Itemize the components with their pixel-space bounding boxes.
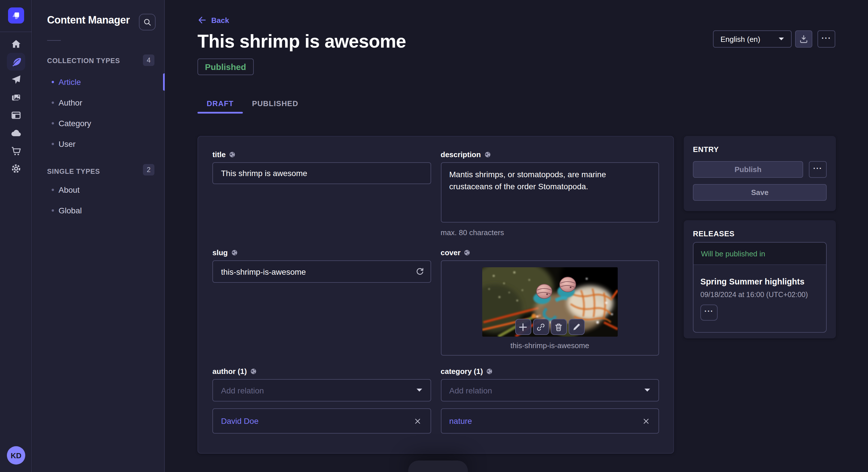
- slug-input[interactable]: [212, 260, 431, 283]
- sidebar-divider: [47, 40, 61, 41]
- search-button[interactable]: [139, 14, 156, 30]
- sidebar-item-author[interactable]: Author: [33, 92, 164, 113]
- release-more-button[interactable]: ···: [701, 305, 718, 321]
- cloud-icon: [10, 127, 22, 138]
- field-author: author (1) Add relation David Doe: [212, 367, 431, 434]
- nav-releases[interactable]: [7, 71, 25, 88]
- nav-deploy[interactable]: [7, 124, 25, 142]
- rail-divider: [0, 32, 32, 32]
- bullet-icon: [52, 122, 54, 125]
- app-window: KD Content Manager COLLECTION TYPES 4 Ar…: [0, 0, 868, 472]
- ellipsis-icon: ···: [813, 165, 823, 173]
- slug-label: slug: [212, 248, 431, 257]
- field-slug: slug: [212, 248, 431, 356]
- tab-draft[interactable]: DRAFT: [197, 93, 243, 113]
- content-manager-sidebar: Content Manager COLLECTION TYPES 4 Artic…: [33, 0, 165, 472]
- nav-settings[interactable]: [7, 160, 25, 177]
- remove-author-button[interactable]: [413, 416, 422, 426]
- chevron-down-icon: [644, 388, 650, 392]
- author-relation-combobox[interactable]: Add relation: [212, 379, 431, 401]
- release-date: 09/18/2024 at 16:00 (UTC+02:00): [701, 291, 819, 299]
- sidebar-item-label: Category: [59, 119, 91, 128]
- feather-icon: [10, 56, 22, 67]
- cover-filename: this-shrimp-is-awesome: [441, 341, 658, 350]
- refresh-icon: [415, 267, 424, 276]
- field-title: title: [212, 150, 431, 237]
- delete-media-button[interactable]: [551, 319, 567, 335]
- header-more-button[interactable]: ···: [817, 30, 835, 47]
- status-badge: Published: [197, 59, 253, 75]
- field-category: category (1) Add relation nature: [441, 367, 659, 434]
- bullet-icon: [52, 102, 54, 104]
- description-label: description: [441, 150, 659, 159]
- gear-icon: [10, 163, 22, 174]
- category-label: category (1): [441, 367, 659, 376]
- cart-icon: [10, 145, 22, 156]
- cover-label: cover: [441, 248, 659, 257]
- arrow-left-icon: [197, 15, 207, 25]
- locale-select[interactable]: English (en): [713, 30, 792, 47]
- nav-content-type-builder[interactable]: [7, 106, 25, 124]
- combobox-placeholder: Add relation: [449, 386, 492, 395]
- edit-form-card: title description Mantis shrimps, or sto…: [197, 136, 674, 453]
- entry-panel: ENTRY Publish ··· Save: [684, 136, 836, 211]
- release-name: Spring Summer highlights: [701, 277, 819, 286]
- media-library-icon: [10, 92, 22, 103]
- nav-home[interactable]: [7, 35, 25, 53]
- tab-published[interactable]: PUBLISHED: [243, 93, 307, 113]
- sidebar-item-label: Author: [59, 98, 82, 107]
- close-icon: [643, 418, 649, 424]
- sidebar-item-article[interactable]: Article: [33, 72, 164, 92]
- field-label-text: slug: [212, 248, 228, 257]
- description-textarea[interactable]: Mantis shrimps, or stomatopods, are mari…: [441, 162, 659, 223]
- active-indicator: [163, 73, 165, 91]
- sidebar-item-category[interactable]: Category: [33, 113, 164, 134]
- save-button[interactable]: Save: [693, 184, 827, 201]
- globe-icon: [464, 249, 470, 256]
- sidebar-item-about[interactable]: About: [33, 179, 164, 200]
- nav-content-manager[interactable]: [7, 53, 25, 71]
- collection-types-count-badge: 4: [143, 55, 154, 66]
- author-label: author (1): [212, 367, 431, 376]
- cover-media-box: this-shrimp-is-awesome: [441, 260, 659, 356]
- ellipsis-icon: ···: [704, 308, 714, 316]
- field-label-text: description: [441, 150, 481, 159]
- locale-value: English (en): [720, 35, 761, 43]
- publish-button[interactable]: Publish: [693, 161, 803, 178]
- bullet-icon: [52, 81, 54, 83]
- sidebar-item-label: Global: [59, 206, 82, 215]
- strapi-logo[interactable]: [8, 7, 24, 24]
- remove-category-button[interactable]: [641, 416, 650, 426]
- back-label: Back: [211, 16, 229, 24]
- sidebar-item-global[interactable]: Global: [33, 200, 164, 221]
- edit-media-button[interactable]: [569, 319, 585, 335]
- cover-image[interactable]: [482, 267, 618, 337]
- scroll-peek-pill: [408, 461, 468, 472]
- releases-panel-title: RELEASES: [693, 229, 827, 238]
- category-relation-combobox[interactable]: Add relation: [441, 379, 659, 401]
- nav-media-library[interactable]: [7, 88, 25, 106]
- author-relation-item[interactable]: David Doe: [212, 408, 431, 434]
- user-avatar[interactable]: KD: [7, 446, 25, 465]
- entry-more-button[interactable]: ···: [809, 161, 827, 178]
- entry-panel-title: ENTRY: [693, 145, 827, 154]
- export-button[interactable]: [795, 30, 812, 47]
- field-description: description Mantis shrimps, or stomatopo…: [441, 150, 659, 237]
- section-single-types: SINGLE TYPES: [47, 167, 100, 175]
- close-icon: [414, 418, 421, 424]
- sidebar-item-user[interactable]: User: [33, 134, 164, 154]
- link-icon: [537, 323, 546, 331]
- regenerate-slug-button[interactable]: [415, 267, 425, 276]
- sidebar-title: Content Manager: [47, 14, 130, 26]
- title-input[interactable]: [212, 162, 431, 184]
- category-relation-item[interactable]: nature: [441, 408, 659, 434]
- add-media-button[interactable]: [515, 319, 531, 335]
- title-label: title: [212, 150, 431, 159]
- trash-icon: [555, 323, 563, 331]
- strapi-logo-icon: [10, 9, 22, 22]
- nav-marketplace[interactable]: [7, 142, 25, 160]
- copy-link-button[interactable]: [533, 319, 549, 335]
- sidebar-item-label: About: [59, 185, 80, 194]
- globe-icon: [486, 368, 493, 374]
- back-link[interactable]: Back: [197, 15, 229, 25]
